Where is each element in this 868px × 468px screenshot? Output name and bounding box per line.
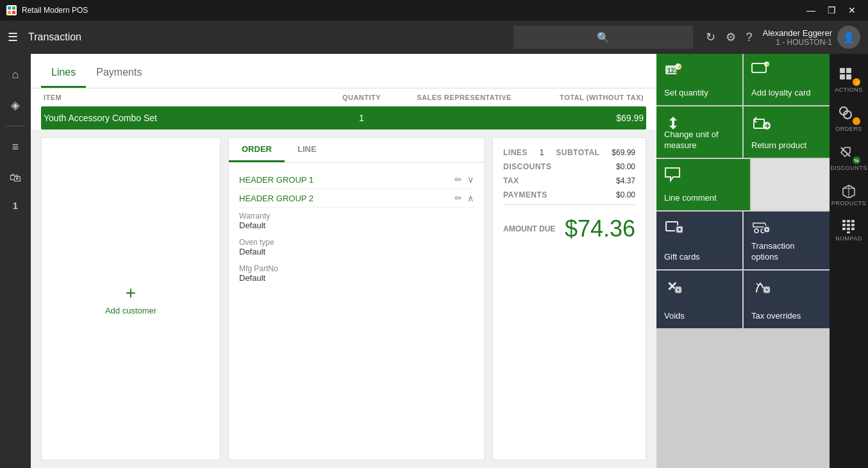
tile-add-loyalty-card[interactable]: ⚡ Add loyalty card (744, 54, 830, 105)
sidebar-bag[interactable]: 🛍 (3, 165, 28, 190)
summary-lines-row: LINES 1 SUBTOTAL $69.99 (503, 148, 635, 157)
header-group-1-expand-icon[interactable]: ∨ (467, 174, 474, 185)
col-item: ITEM (44, 94, 323, 101)
header-group-2-label: HEADER GROUP 2 (239, 194, 313, 203)
actions-label: ACTIONS (835, 87, 863, 93)
svg-rect-41 (847, 224, 850, 226)
svg-rect-2 (8, 11, 11, 14)
table-row[interactable]: Youth Accessory Combo Set 1 $69.99 (41, 106, 646, 130)
sidebar-numpad[interactable]: NUMPAD (830, 214, 868, 247)
close-button[interactable]: ✕ (842, 4, 862, 17)
tile-set-quantity[interactable]: 123⚡ Set quantity (656, 54, 742, 105)
header-group-1-icons: ✏ ∨ (455, 174, 474, 185)
sidebar-menu[interactable]: ≡ (3, 134, 28, 160)
tile-return-product[interactable]: Return product (744, 106, 830, 158)
table-header: ITEM QUANTITY SALES REPRESENTATIVE TOTAL… (41, 88, 646, 106)
payments-label: PAYMENTS (503, 190, 547, 199)
tile-voids[interactable]: ✕ Voids (656, 271, 742, 328)
voids-icon: ✕ (664, 278, 682, 300)
order-tabs: ORDER LINE (229, 138, 484, 163)
svg-rect-38 (847, 220, 850, 222)
user-store: 1 - HOUSTON-1 (763, 38, 832, 47)
summary-discounts-row: DISCOUNTS $0.00 (503, 162, 635, 171)
sidebar-actions[interactable]: ⚡ ACTIONS (830, 62, 868, 98)
nav-icons: ↻ ⚙ ? Alexander Eggerer 1 - HOUSTON-1 👤 (706, 26, 860, 49)
transaction-options-label: Transaction options (751, 241, 822, 263)
sidebar-products[interactable]: ◈ (3, 92, 28, 118)
right-sidebar: ⚡ ACTIONS ORDERS % DISCOU (830, 54, 868, 468)
tile-transaction-options[interactable]: Transaction options (744, 212, 830, 269)
order-tab-order[interactable]: ORDER (229, 138, 285, 162)
tile-line-comment[interactable]: Line comment (656, 159, 750, 210)
voids-label: Voids (664, 311, 685, 322)
order-tab-line[interactable]: LINE (285, 138, 330, 162)
header-group-1-label: HEADER GROUP 1 (239, 175, 313, 185)
sidebar-products[interactable]: PRODUCTS (830, 179, 868, 212)
tile-change-unit-of-measure[interactable]: Change unit of measure (656, 106, 742, 158)
field-oven-type: Oven type Default (239, 234, 474, 260)
sidebar-discounts[interactable]: % DISCOUNTS (830, 140, 868, 176)
svg-rect-8 (752, 63, 766, 72)
app-icon (6, 5, 17, 15)
tab-lines[interactable]: Lines (41, 62, 86, 88)
user-info[interactable]: Alexander Eggerer 1 - HOUSTON-1 👤 (763, 26, 860, 49)
help-icon[interactable]: ? (746, 31, 753, 44)
col-quantity: QUANTITY (323, 94, 400, 101)
settings-icon[interactable]: ⚙ (726, 30, 736, 44)
add-customer-label: Add customer (105, 306, 156, 315)
header-group-2: HEADER GROUP 2 ✏ ∧ (239, 189, 474, 208)
summary-payments-row: PAYMENTS $0.00 (503, 190, 635, 199)
orders-icon-container (839, 106, 859, 124)
tab-payments[interactable]: Payments (86, 62, 152, 88)
minimize-button[interactable]: — (801, 4, 821, 17)
user-avatar: 👤 (837, 26, 860, 49)
header-group-2-edit-icon[interactable]: ✏ (455, 193, 462, 203)
add-loyalty-card-label: Add loyalty card (751, 88, 811, 99)
discounts-badge: % (853, 156, 860, 164)
header-group-1-edit-icon[interactable]: ✏ (455, 174, 462, 185)
line-comment-label: Line comment (664, 193, 717, 204)
actions-icon-container: ⚡ (839, 67, 859, 85)
main-layout: ⌂ ◈ ≡ 🛍 1 Lines Payments ITEM QUANTITY S… (0, 54, 868, 468)
search-box[interactable]: 🔍 (513, 26, 693, 49)
order-content: HEADER GROUP 1 ✏ ∨ HEADER GROUP 2 ✏ ∧ (229, 163, 484, 294)
refresh-icon[interactable]: ↻ (706, 30, 715, 44)
tax-overrides-label: Tax overrides (751, 311, 801, 322)
svg-rect-40 (842, 224, 846, 226)
svg-rect-43 (842, 228, 846, 230)
hamburger-menu[interactable]: ☰ (8, 30, 18, 44)
svg-rect-1 (12, 6, 15, 10)
summary-tax-row: TAX $4.37 (503, 176, 635, 185)
customer-panel[interactable]: + Add customer (41, 137, 221, 460)
discounts-label: DISCOUNTS (503, 162, 551, 171)
tile-gift-cards[interactable]: Gift cards (656, 212, 742, 269)
maximize-button[interactable]: ❐ (822, 4, 841, 17)
sidebar-home[interactable]: ⌂ (3, 62, 28, 87)
svg-rect-32 (840, 74, 845, 79)
oven-type-value: Default (239, 247, 474, 256)
header-group-2-collapse-icon[interactable]: ∧ (467, 193, 474, 203)
line-comment-icon (664, 167, 681, 186)
tile-tax-overrides[interactable]: Tax overrides (744, 271, 830, 328)
tax-label: TAX (503, 176, 519, 185)
field-warranty: Warranty Default (239, 208, 474, 234)
col-total: TOTAL (WITHOUT TAX) (528, 94, 644, 101)
sidebar-divider-1 (6, 126, 25, 126)
sidebar-orders[interactable]: ORDERS (830, 101, 868, 137)
summary-divider (503, 205, 635, 205)
nav-title: Transaction (28, 31, 513, 43)
svg-rect-33 (846, 74, 851, 79)
amount-due-row: AMOUNT DUE $74.36 (503, 215, 635, 242)
sidebar-number: 1 (13, 201, 18, 211)
content-area: Lines Payments ITEM QUANTITY SALES REPRE… (31, 54, 656, 468)
gift-cards-icon (664, 219, 683, 240)
change-unit-icon (664, 114, 682, 136)
tile-empty-1 (751, 159, 830, 210)
title-bar-left: Retail Modern POS (6, 5, 88, 15)
numpad-label: NUMPAD (835, 235, 862, 242)
top-nav: ☰ Transaction 🔍 ↻ ⚙ ? Alexander Eggerer … (0, 21, 868, 54)
left-sidebar: ⌂ ◈ ≡ 🛍 1 (0, 54, 31, 468)
svg-text:⚡: ⚡ (676, 63, 682, 70)
user-text: Alexander Eggerer 1 - HOUSTON-1 (763, 28, 832, 47)
order-panel: ORDER LINE HEADER GROUP 1 ✏ ∨ HEADER GRO… (228, 137, 485, 460)
